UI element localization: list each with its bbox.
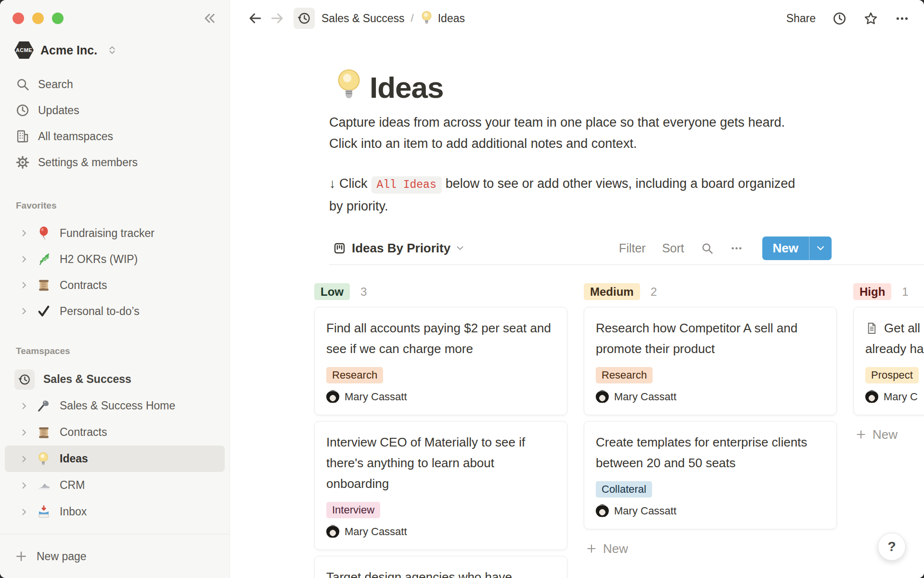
lightbulb-icon bbox=[420, 11, 433, 26]
board-column-medium: Medium 2 Research how Competitor A sell … bbox=[584, 277, 837, 578]
column-badge-high: High bbox=[853, 283, 891, 300]
page-lightbulb-icon[interactable] bbox=[335, 67, 363, 104]
more-options-icon[interactable] bbox=[730, 242, 743, 255]
page-callout: ↓ ClickAll Ideasbelow to see or add othe… bbox=[329, 173, 795, 217]
sidebar-item-all-teamspaces[interactable]: All teamspaces bbox=[0, 123, 230, 149]
board-card[interactable]: Target design agencies who have bbox=[314, 556, 567, 578]
column-cards: Get all already ha Prospect Mary C bbox=[853, 307, 924, 415]
column-cards: Research how Competitor A sell and promo… bbox=[584, 307, 837, 529]
add-card-label: New bbox=[873, 427, 898, 442]
column-header[interactable]: Low 3 bbox=[314, 277, 567, 307]
new-button-label: New bbox=[762, 236, 809, 260]
sidebar-item-fundraising-tracker[interactable]: Fundraising tracker bbox=[0, 220, 230, 246]
chevron-right-icon[interactable] bbox=[19, 507, 29, 517]
avatar bbox=[326, 390, 339, 403]
board-card[interactable]: Research how Competitor A sell and promo… bbox=[584, 307, 837, 415]
board-card[interactable]: Find all accounts paying $2 per seat and… bbox=[314, 307, 567, 415]
updates-clock-icon[interactable] bbox=[832, 11, 847, 26]
app-window: ACME Acme Inc. Search Updates All teamsp… bbox=[0, 0, 924, 578]
chevron-right-icon[interactable] bbox=[19, 454, 29, 464]
sneaker-icon bbox=[37, 478, 51, 493]
callout-line: by priority. bbox=[329, 196, 795, 217]
tag-prospect[interactable]: Prospect bbox=[865, 367, 919, 383]
sidebar-item-contracts-favorite[interactable]: Contracts bbox=[0, 272, 230, 298]
search-icon[interactable] bbox=[701, 242, 714, 255]
tag-research[interactable]: Research bbox=[596, 367, 653, 383]
breadcrumb-root[interactable]: Sales & Success bbox=[321, 12, 405, 25]
add-card-button[interactable]: New bbox=[853, 424, 898, 445]
avatar bbox=[596, 390, 609, 403]
add-card-button[interactable]: New bbox=[584, 538, 628, 559]
sidebar-item-crm[interactable]: CRM bbox=[0, 472, 230, 499]
sidebar-item-label: All teamspaces bbox=[38, 130, 113, 143]
chevron-right-icon[interactable] bbox=[19, 280, 29, 290]
sidebar-item-personal-todos[interactable]: Personal to-do’s bbox=[0, 298, 230, 324]
chevron-right-icon[interactable] bbox=[19, 401, 29, 411]
sidebar-item-label: Contracts bbox=[60, 426, 107, 439]
board-card[interactable]: Create templates for enterprise clients … bbox=[584, 421, 837, 529]
tag-research[interactable]: Research bbox=[326, 367, 383, 383]
plus-icon bbox=[586, 543, 597, 554]
new-button-dropdown-icon[interactable] bbox=[809, 236, 832, 260]
clock-icon bbox=[15, 103, 30, 118]
sidebar-item-label: Fundraising tracker bbox=[60, 227, 154, 240]
close-window-button[interactable] bbox=[13, 13, 24, 24]
column-cards: Find all accounts paying $2 per seat and… bbox=[314, 307, 567, 578]
new-button[interactable]: New bbox=[762, 236, 832, 260]
zoom-window-button[interactable] bbox=[52, 13, 64, 24]
card-title-line: Get all bbox=[884, 318, 920, 339]
sidebar-item-ideas[interactable]: Ideas bbox=[5, 446, 225, 472]
lightbulb-icon bbox=[37, 452, 51, 466]
new-page-button[interactable]: New page bbox=[0, 543, 230, 569]
sidebar-item-sales-success[interactable]: Sales & Success bbox=[0, 366, 230, 393]
search-icon bbox=[15, 77, 30, 92]
building-icon bbox=[15, 129, 30, 144]
sidebar-item-sales-success-home[interactable]: Sales & Success Home bbox=[0, 393, 230, 419]
sidebar-item-updates[interactable]: Updates bbox=[0, 97, 230, 123]
help-button[interactable]: ? bbox=[878, 533, 906, 561]
forward-arrow-icon[interactable] bbox=[270, 11, 285, 26]
sidebar-collapse-icon[interactable] bbox=[202, 10, 219, 27]
sidebar-item-h2-okrs[interactable]: H2 OKRs (WIP) bbox=[0, 246, 230, 272]
card-assignee: Mary Cassatt bbox=[596, 390, 825, 403]
clock-history-icon bbox=[14, 369, 35, 390]
tag-collateral[interactable]: Collateral bbox=[596, 481, 652, 498]
description-line: Capture ideas from across your team in o… bbox=[329, 112, 785, 133]
sort-button[interactable]: Sort bbox=[662, 241, 684, 255]
kanban-board: Low 3 Find all accounts paying $2 per se… bbox=[314, 277, 924, 578]
sidebar-item-search[interactable]: Search bbox=[0, 71, 230, 97]
sidebar-item-settings[interactable]: Settings & members bbox=[0, 149, 230, 175]
minimize-window-button[interactable] bbox=[32, 13, 44, 24]
workspace-name: Acme Inc. bbox=[40, 43, 97, 57]
chevron-right-icon[interactable] bbox=[19, 228, 29, 238]
column-header[interactable]: High 1 bbox=[853, 277, 924, 307]
more-options-icon[interactable] bbox=[895, 11, 910, 26]
share-button[interactable]: Share bbox=[786, 12, 816, 25]
chevron-right-icon[interactable] bbox=[19, 306, 29, 316]
balloon-icon bbox=[37, 226, 51, 240]
assignee-name: Mary Cassatt bbox=[614, 505, 677, 517]
breadcrumb-teamspace-icon[interactable] bbox=[294, 8, 315, 29]
board-card[interactable]: Interview CEO of Materially to see if th… bbox=[314, 421, 567, 550]
assignee-name: Mary C bbox=[884, 391, 918, 403]
chevron-right-icon[interactable] bbox=[19, 481, 29, 490]
view-tab-ideas-by-priority[interactable]: Ideas By Priority bbox=[329, 241, 465, 256]
tag-interview[interactable]: Interview bbox=[326, 502, 380, 518]
workspace-switcher[interactable]: ACME Acme Inc. bbox=[14, 41, 117, 59]
chevron-down-icon bbox=[455, 243, 465, 253]
callout-line: ↓ ClickAll Ideasbelow to see or add othe… bbox=[329, 173, 795, 196]
sidebar-item-label: Settings & members bbox=[38, 156, 138, 169]
column-header[interactable]: Medium 2 bbox=[584, 277, 837, 307]
breadcrumb-page[interactable]: Ideas bbox=[438, 12, 465, 25]
filter-button[interactable]: Filter bbox=[619, 241, 646, 255]
board-card[interactable]: Get all already ha Prospect Mary C bbox=[853, 307, 924, 415]
chevron-right-icon[interactable] bbox=[19, 254, 29, 264]
favorites-section-label: Favorites bbox=[16, 200, 56, 211]
chevron-right-icon[interactable] bbox=[19, 428, 29, 437]
callout-rest: below to see or add other views, includi… bbox=[446, 176, 795, 191]
card-assignee: Mary Cassatt bbox=[596, 504, 825, 517]
favorite-star-icon[interactable] bbox=[863, 11, 878, 26]
back-arrow-icon[interactable] bbox=[247, 11, 263, 26]
sidebar-item-inbox[interactable]: Inbox bbox=[0, 499, 230, 525]
sidebar-item-contracts-teamspace[interactable]: Contracts bbox=[0, 419, 230, 446]
